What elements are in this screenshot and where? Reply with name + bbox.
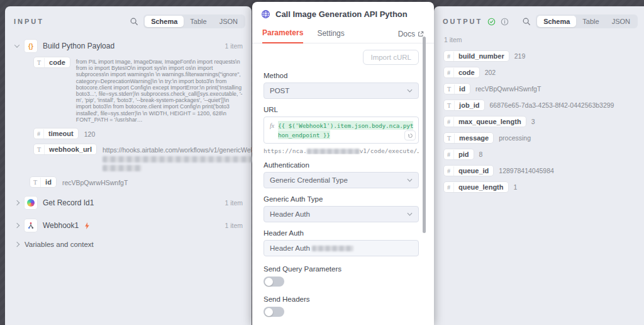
node-label: Build Python Payload (43, 42, 114, 50)
number-type-icon: # (444, 52, 454, 61)
field-pill[interactable]: #queue_length (444, 182, 508, 192)
input-tab-table[interactable]: Table (184, 16, 213, 27)
output-tab-table[interactable]: Table (576, 16, 605, 27)
output-field-queue-length: #queue_length 1 (444, 182, 638, 192)
field-pill[interactable]: T code (34, 57, 70, 67)
get-record-node-icon (25, 197, 37, 209)
url-label: URL (264, 106, 419, 113)
field-pill[interactable]: # timeout (34, 128, 78, 139)
chevron-right-icon[interactable] (14, 242, 19, 247)
import-curl-button[interactable]: Import cURL (363, 50, 419, 65)
field-key: id (41, 177, 56, 187)
field-pill[interactable]: #pid (444, 149, 474, 159)
field-pill[interactable]: #build_number (444, 51, 509, 61)
url-expression-input[interactable]: fx {{ $('Webhook1').item.json.body.nca.p… (264, 117, 419, 144)
tree-node-build-python-payload[interactable]: {} Build Python Payload 1 item (5, 36, 252, 56)
field-value: 66876e65-7da3-4253-8f42-0442563b3299 (490, 101, 614, 109)
redacted-text (103, 156, 252, 162)
redacted-text (312, 246, 353, 251)
send-query-parameters-toggle[interactable] (264, 277, 284, 287)
output-field-message: Tmessage processing (444, 133, 638, 143)
chevron-right-icon[interactable] (14, 223, 19, 228)
header-auth-label: Header Auth (264, 229, 419, 237)
header-auth-value: Header Auth (270, 244, 310, 252)
input-tab-json[interactable]: JSON (213, 16, 244, 27)
webhook-node-icon (25, 219, 37, 232)
field-pill[interactable]: Tjob_id (444, 100, 484, 110)
item-count: 1 item (225, 222, 243, 229)
header-auth-credential-field[interactable]: Header Auth (264, 240, 419, 256)
tree-node-webhook1[interactable]: Webhook1 1 item (5, 215, 252, 236)
redacted-text (103, 165, 142, 171)
tree-node-get-record[interactable]: Get Record Id1 1 item (5, 193, 252, 213)
input-schema-tree: {} Build Python Payload 1 item T code fr… (5, 33, 252, 252)
output-field-code: #code 202 (444, 67, 638, 77)
method-value: POST (270, 87, 289, 94)
redacted-text (307, 149, 360, 154)
output-field-pid: #pid 8 (444, 149, 638, 159)
string-type-icon: T (444, 101, 455, 110)
success-check-icon (487, 18, 496, 26)
field-pill[interactable]: Tmessage (444, 133, 493, 143)
field-pill[interactable]: #queue_id (444, 166, 493, 176)
field-row-id: T id recVBpQwrwHSwnfgT (30, 177, 243, 187)
field-key: code (454, 67, 479, 77)
field-value-timeout: 120 (84, 128, 96, 138)
field-pill[interactable]: T webhook_url (34, 144, 96, 154)
field-key: job_id (455, 100, 484, 110)
globe-icon (261, 9, 270, 19)
input-tab-schema[interactable]: Schema (145, 16, 184, 27)
node-tabs: Parameters Settings Docs (252, 25, 434, 43)
tab-settings[interactable]: Settings (317, 25, 344, 43)
input-view-switcher: Schema Table JSON (143, 14, 245, 28)
number-type-icon: # (34, 129, 44, 139)
generic-auth-type-value: Header Auth (270, 210, 310, 218)
output-tab-schema[interactable]: Schema (537, 16, 576, 27)
field-key: build_number (454, 51, 509, 61)
tab-parameters[interactable]: Parameters (262, 25, 303, 43)
authentication-select[interactable]: Generic Credential Type (264, 172, 419, 188)
send-query-parameters-label: Send Query Parameters (264, 265, 419, 273)
string-type-icon: T (34, 145, 45, 154)
field-row-webhook-url: T webhook_url https://hooks.airtable.com… (34, 144, 243, 171)
send-headers-toggle[interactable] (264, 307, 284, 317)
field-row-code: T code from PIL import Image, ImageDraw,… (34, 57, 243, 123)
field-pill[interactable]: T id (30, 177, 56, 187)
field-value: 8 (479, 151, 483, 158)
authentication-value: Generic Credential Type (270, 176, 348, 184)
input-panel-header: INPUT Schema Table JSON (5, 6, 252, 33)
node-header: Call Image Generation API Python (252, 2, 434, 25)
method-select[interactable]: POST (264, 83, 419, 99)
output-view-switcher: Schema Table JSON (536, 14, 638, 28)
url-preview-prefix: https://nca. (264, 147, 307, 154)
docs-link[interactable]: Docs (398, 30, 424, 38)
expression-history-icon[interactable] (404, 130, 416, 140)
field-pill[interactable]: #max_queue_length (444, 117, 526, 127)
output-tab-json[interactable]: JSON (606, 16, 636, 27)
field-value: 128978414045984 (499, 167, 554, 174)
field-value: 1 (514, 183, 518, 191)
string-type-icon: T (30, 178, 41, 187)
field-pill[interactable]: #code (444, 67, 479, 77)
string-type-icon: T (444, 84, 455, 94)
chevron-down-icon (407, 178, 413, 182)
output-search-icon[interactable] (522, 17, 531, 26)
chevron-down-icon (407, 89, 413, 93)
tree-node-variables-context[interactable]: Variables and context (5, 237, 252, 252)
input-search-icon[interactable] (130, 17, 138, 26)
field-pill[interactable]: Tid (444, 84, 470, 94)
generic-auth-type-select[interactable]: Header Auth (264, 206, 419, 222)
chevron-down-icon[interactable] (14, 42, 19, 47)
panel-scrollbar[interactable] (423, 37, 426, 233)
url-preview-suffix: v1/code/execute/… (360, 147, 419, 154)
output-panel: OUTPUT Schema Table JSON 1 item #build_n… (434, 6, 644, 325)
field-value: recVBpQwrwHSwnfgT (475, 85, 541, 93)
field-key: pid (454, 149, 474, 159)
info-icon[interactable] (501, 18, 509, 26)
output-field-max-queue-length: #max_queue_length 3 (444, 117, 638, 127)
output-panel-title: OUTPUT (443, 18, 482, 25)
chevron-right-icon[interactable] (14, 200, 19, 205)
lightning-icon (84, 222, 90, 229)
string-type-icon: T (34, 58, 45, 67)
node-detail-panel: Call Image Generation API Python Paramet… (252, 2, 434, 325)
